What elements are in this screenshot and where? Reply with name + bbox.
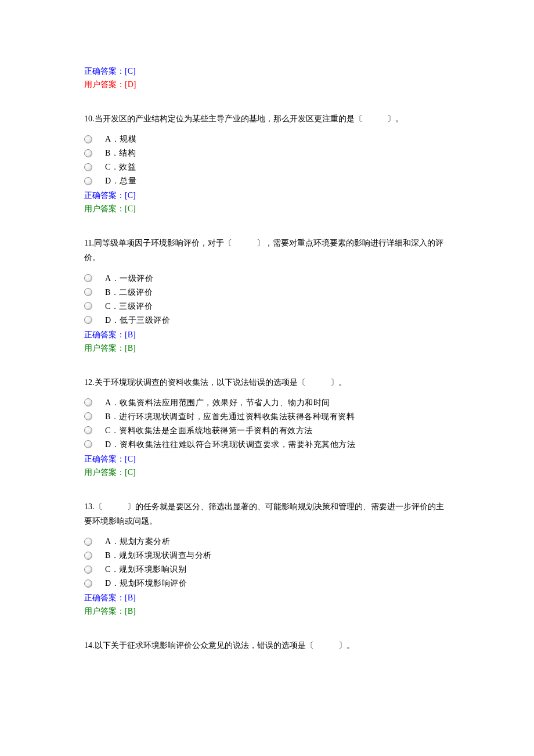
user-answer-label: 用户答案： [84,204,125,213]
user-answer: 用户答案：[B] [84,605,450,617]
radio-icon [84,579,92,588]
question-text: 13.〔 〕的任务就是要区分、筛选出显著的、可能影响规划决策和管理的、需要进一步… [84,499,450,528]
correct-answer-label: 正确答案： [84,330,125,339]
option-label: B．进行环境现状调查时，应首先通过资料收集法获得各种现有资料 [105,411,355,423]
correct-answer-label: 正确答案： [84,593,125,602]
radio-icon [84,426,92,434]
radio-icon [84,163,92,171]
option-label: C．效益 [105,161,136,173]
option-c[interactable]: C．效益 [84,161,450,173]
option-b[interactable]: B．进行环境现状调查时，应首先通过资料收集法获得各种现有资料 [84,411,450,423]
user-answer: 用户答案：[C] [84,203,450,215]
question-10: 10.当开发区的产业结构定位为某些主导产业的基地，那么开发区更注重的是〔 〕。 … [84,111,450,215]
option-list: A．收集资料法应用范围广，效果好，节省人力、物力和时间 B．进行环境现状调查时，… [84,397,450,451]
user-answer-label: 用户答案： [84,468,125,477]
option-label: D．规划环境影响评价 [105,577,187,589]
radio-icon [84,135,92,143]
option-label: A．一级评价 [105,272,153,285]
correct-answer-value: [C] [125,191,136,200]
correct-answer: 正确答案：[B] [84,329,450,341]
option-label: D．低于三级评价 [105,314,170,326]
option-list: A．一级评价 B．二级评价 C．三级评价 D．低于三级评价 [84,272,450,326]
correct-answer: 正确答案：[C] [84,189,450,201]
document-page: 正确答案：[C] 用户答案：[D] 10.当开发区的产业结构定位为某些主导产业的… [0,0,534,703]
correct-answer-value: [B] [125,593,136,602]
radio-icon [84,177,92,185]
correct-answer-label: 正确答案： [84,67,125,75]
radio-icon [84,302,92,310]
correct-answer: 正确答案：[B] [84,592,450,604]
radio-icon [84,566,92,574]
question-13: 13.〔 〕的任务就是要区分、筛选出显著的、可能影响规划决策和管理的、需要进一步… [84,499,450,617]
option-a[interactable]: A．规模 [84,133,450,145]
option-label: D．资料收集法往往难以符合环境现状调查要求，需要补充其他方法 [105,438,355,451]
radio-icon [84,538,92,546]
option-a[interactable]: A．一级评价 [84,272,450,285]
user-answer: 用户答案：[B] [84,342,450,354]
option-d[interactable]: D．总量 [84,175,450,187]
correct-answer-label: 正确答案： [84,455,125,463]
question-14: 14.以下关于征求环境影响评价公众意见的说法，错误的选项是〔 〕。 [84,638,450,653]
user-answer-value: [B] [125,607,136,615]
option-list: A．规划方案分析 B．规划环境现状调查与分析 C．规划环境影响识别 D．规划环境… [84,535,450,589]
option-label: C．资料收集法是全面系统地获得第一手资料的有效方法 [105,424,313,437]
radio-icon [84,440,92,448]
option-d[interactable]: D．资料收集法往往难以符合环境现状调查要求，需要补充其他方法 [84,438,450,451]
question-12: 12.关于环境现状调查的资料收集法，以下说法错误的选项是〔 〕。 A．收集资料法… [84,375,450,478]
option-c[interactable]: C．三级评价 [84,300,450,312]
radio-icon [84,274,92,282]
user-answer-label: 用户答案： [84,80,125,89]
radio-icon [84,288,92,296]
correct-answer-label: 正确答案： [84,191,125,200]
option-a[interactable]: A．收集资料法应用范围广，效果好，节省人力、物力和时间 [84,397,450,409]
question-text: 10.当开发区的产业结构定位为某些主导产业的基地，那么开发区更注重的是〔 〕。 [84,111,450,126]
correct-answer-value: [C] [125,455,136,463]
user-answer-value: [C] [125,204,136,213]
radio-icon [84,316,92,324]
radio-icon [84,149,92,157]
option-a[interactable]: A．规划方案分析 [84,535,450,548]
option-label: B．规划环境现状调查与分析 [105,549,212,561]
question-11: 11.同等级单项因子环境影响评价，对于〔 〕，需要对重点环境要素的影响进行详细和… [84,236,450,354]
option-b[interactable]: B．规划环境现状调查与分析 [84,549,450,561]
option-label: C．规划环境影响识别 [105,563,186,575]
option-label: A．规模 [105,133,136,145]
user-answer: 用户答案：[C] [84,466,450,478]
option-b[interactable]: B．结构 [84,147,450,159]
correct-answer: 正确答案：[C] [84,453,450,465]
question-text: 11.同等级单项因子环境影响评价，对于〔 〕，需要对重点环境要素的影响进行详细和… [84,236,450,265]
user-answer-value: [C] [125,468,136,477]
prev-user-answer: 用户答案：[D] [84,78,450,91]
user-answer-label: 用户答案： [84,344,125,352]
user-answer-label: 用户答案： [84,607,125,615]
option-list: A．规模 B．结构 C．效益 D．总量 [84,133,450,187]
option-label: B．二级评价 [105,286,153,298]
user-answer-value: [B] [125,344,136,352]
option-label: D．总量 [105,175,136,187]
radio-icon [84,398,92,406]
option-label: B．结构 [105,147,136,159]
option-label: A．规划方案分析 [105,535,170,548]
correct-answer-value: [C] [125,67,136,75]
user-answer-value: [D] [125,80,136,89]
prev-correct-answer: 正确答案：[C] [84,65,450,77]
option-c[interactable]: C．资料收集法是全面系统地获得第一手资料的有效方法 [84,424,450,437]
option-b[interactable]: B．二级评价 [84,286,450,298]
option-d[interactable]: D．规划环境影响评价 [84,577,450,589]
option-d[interactable]: D．低于三级评价 [84,314,450,326]
question-text: 14.以下关于征求环境影响评价公众意见的说法，错误的选项是〔 〕。 [84,638,450,653]
option-label: A．收集资料法应用范围广，效果好，节省人力、物力和时间 [105,397,330,409]
option-label: C．三级评价 [105,300,153,312]
question-text: 12.关于环境现状调查的资料收集法，以下说法错误的选项是〔 〕。 [84,375,450,390]
option-c[interactable]: C．规划环境影响识别 [84,563,450,575]
radio-icon [84,412,92,420]
radio-icon [84,552,92,560]
correct-answer-value: [B] [125,330,136,339]
